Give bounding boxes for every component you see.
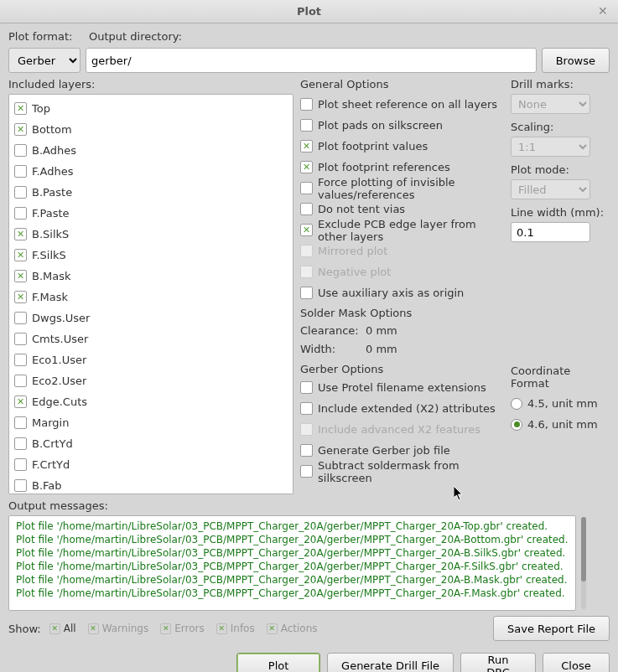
layer-checkbox[interactable] — [14, 165, 27, 178]
layer-item[interactable]: B.CrtYd — [14, 433, 288, 454]
layer-checkbox[interactable] — [14, 249, 27, 261]
layer-checkbox[interactable] — [14, 312, 27, 324]
drill-marks-select: None — [511, 94, 590, 114]
option-checkbox[interactable] — [300, 465, 313, 478]
option-row[interactable]: Plot footprint references — [300, 157, 506, 178]
option-checkbox[interactable] — [300, 287, 313, 299]
option-row[interactable]: Exclude PCB edge layer from other layers — [300, 220, 506, 240]
width-value: 0 mm — [366, 343, 397, 355]
filter-item[interactable]: Warnings — [88, 623, 149, 634]
layer-checkbox[interactable] — [14, 479, 27, 492]
filter-checkbox[interactable] — [160, 623, 171, 634]
layer-item[interactable]: B.SilkS — [14, 224, 288, 245]
layer-item[interactable]: B.Adhes — [14, 140, 288, 161]
close-button[interactable]: Close — [543, 653, 610, 672]
gerber-option-row[interactable]: Subtract soldermask from silkscreen — [300, 461, 506, 482]
layer-item[interactable]: Margin — [14, 412, 288, 433]
layer-item[interactable]: Top — [14, 98, 288, 119]
option-checkbox[interactable] — [300, 182, 313, 194]
filter-checkbox[interactable] — [216, 623, 227, 634]
option-row[interactable]: Force plotting of invisible values/refer… — [300, 178, 506, 199]
close-icon[interactable]: ✕ — [598, 4, 611, 18]
gerber-option-row[interactable]: Generate Gerber job file — [300, 440, 506, 461]
generate-drill-button[interactable]: Generate Drill File — [327, 653, 454, 672]
coord-format-option[interactable]: 4.6, unit mm — [511, 414, 610, 435]
option-label: Force plotting of invisible values/refer… — [318, 176, 506, 201]
layer-checkbox[interactable] — [14, 354, 27, 366]
filter-item[interactable]: Actions — [267, 623, 318, 634]
filter-item[interactable]: Infos — [216, 623, 255, 634]
layer-checkbox[interactable] — [14, 416, 27, 429]
option-row[interactable]: Plot pads on silkscreen — [300, 115, 506, 136]
layer-checkbox[interactable] — [14, 144, 27, 157]
filter-item[interactable]: All — [49, 623, 76, 634]
layer-item[interactable]: B.Fab — [14, 475, 288, 494]
layer-checkbox[interactable] — [14, 228, 27, 240]
output-messages-box[interactable]: Plot file '/home/martin/LibreSolar/03_PC… — [8, 515, 576, 611]
coord-format-option[interactable]: 4.5, unit mm — [511, 393, 610, 414]
radio-button[interactable] — [511, 398, 522, 410]
layer-item[interactable]: F.Paste — [14, 203, 288, 224]
option-checkbox[interactable] — [300, 161, 313, 173]
gerber-option-row[interactable]: Include extended (X2) attributes — [300, 398, 506, 419]
layer-item[interactable]: Edge.Cuts — [14, 391, 288, 412]
filter-item[interactable]: Errors — [160, 623, 205, 634]
option-checkbox[interactable] — [300, 381, 313, 394]
layer-checkbox[interactable] — [14, 207, 27, 220]
option-checkbox[interactable] — [300, 444, 313, 457]
option-row[interactable]: Plot footprint values — [300, 136, 506, 157]
layer-item[interactable]: Eco2.User — [14, 370, 288, 391]
layer-label: Edge.Cuts — [32, 395, 87, 408]
filter-checkbox[interactable] — [267, 623, 278, 634]
option-row[interactable]: Do not tent vias — [300, 199, 506, 220]
layer-checkbox[interactable] — [14, 186, 27, 199]
option-checkbox[interactable] — [300, 140, 313, 152]
option-checkbox[interactable] — [300, 98, 313, 111]
layer-label: B.CrtYd — [32, 437, 73, 450]
layer-checkbox[interactable] — [14, 291, 27, 303]
clearance-label: Clearance: — [300, 324, 359, 337]
layer-checkbox[interactable] — [14, 375, 27, 387]
plot-format-select[interactable]: Gerber — [8, 48, 80, 73]
layer-item[interactable]: F.CrtYd — [14, 454, 288, 475]
option-checkbox[interactable] — [300, 402, 313, 415]
layer-checkbox[interactable] — [14, 333, 27, 345]
option-label: Use auxiliary axis as origin — [318, 287, 464, 299]
layer-checkbox[interactable] — [14, 395, 27, 408]
plot-button[interactable]: Plot — [236, 653, 320, 672]
option-label: Subtract soldermask from silkscreen — [318, 459, 506, 484]
gerber-option-row[interactable]: Use Protel filename extensions — [300, 377, 506, 398]
layer-item[interactable]: Bottom — [14, 119, 288, 140]
option-checkbox[interactable] — [300, 119, 313, 132]
gerber-options-label: Gerber Options — [300, 363, 506, 375]
layer-item[interactable]: F.Mask — [14, 287, 288, 308]
layer-item[interactable]: F.Adhes — [14, 161, 288, 182]
output-dir-input[interactable] — [86, 48, 537, 73]
run-drc-button[interactable]: Run DRC — [460, 653, 536, 672]
browse-button[interactable]: Browse — [542, 48, 610, 73]
layer-item[interactable]: Cmts.User — [14, 328, 288, 349]
gerber-option-row: Include advanced X2 features — [300, 419, 506, 440]
output-scrollbar[interactable] — [581, 517, 586, 609]
option-row[interactable]: Plot sheet reference on all layers — [300, 94, 506, 115]
option-checkbox[interactable] — [300, 203, 313, 215]
layers-list[interactable]: TopBottomB.AdhesF.AdhesB.PasteF.PasteB.S… — [8, 94, 293, 494]
layer-checkbox[interactable] — [14, 458, 27, 471]
option-checkbox[interactable] — [300, 224, 313, 236]
layer-item[interactable]: B.Paste — [14, 182, 288, 203]
layer-item[interactable]: Eco1.User — [14, 349, 288, 370]
layer-checkbox[interactable] — [14, 123, 27, 136]
layer-item[interactable]: F.SilkS — [14, 245, 288, 266]
layer-checkbox[interactable] — [14, 270, 27, 282]
filter-checkbox[interactable] — [49, 623, 60, 634]
line-width-input[interactable] — [511, 222, 590, 242]
option-row[interactable]: Use auxiliary axis as origin — [300, 282, 506, 303]
radio-button[interactable] — [511, 419, 522, 431]
layer-item[interactable]: B.Mask — [14, 266, 288, 287]
layer-checkbox[interactable] — [14, 437, 27, 450]
filter-checkbox[interactable] — [88, 623, 99, 634]
save-report-button[interactable]: Save Report File — [493, 616, 610, 641]
layer-item[interactable]: Dwgs.User — [14, 308, 288, 328]
layer-checkbox[interactable] — [14, 102, 27, 115]
scaling-label: Scaling: — [511, 121, 610, 133]
